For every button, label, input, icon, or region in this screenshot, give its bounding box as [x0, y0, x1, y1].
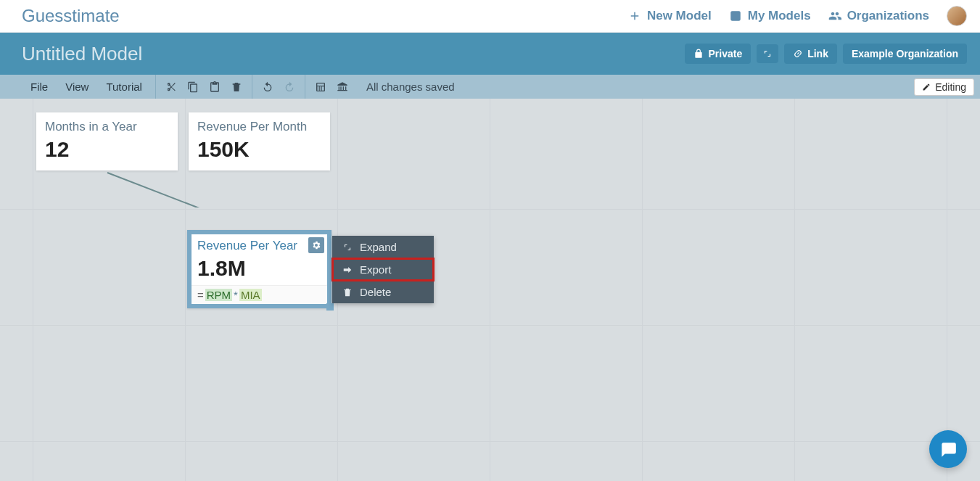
- organizations-link[interactable]: Organizations: [828, 9, 929, 23]
- lock-icon: [693, 49, 704, 59]
- ctx-export-label: Export: [360, 263, 391, 276]
- top-nav: Guesstimate New Model My Models Organiza…: [0, 0, 980, 33]
- expand-button[interactable]: [757, 44, 778, 63]
- canvas[interactable]: Months in a Year 12 Revenue Per Month 15…: [0, 99, 980, 481]
- undo-icon: [262, 81, 273, 93]
- private-button[interactable]: Private: [685, 44, 751, 64]
- expand-icon: [762, 49, 773, 59]
- organizations-label: Organizations: [847, 9, 929, 23]
- org-button[interactable]: Example Organization: [843, 44, 967, 64]
- file-menu[interactable]: File: [22, 81, 57, 93]
- ctx-expand[interactable]: Expand: [332, 236, 434, 258]
- formula-token-mia: MIA: [239, 289, 262, 301]
- card-formula[interactable]: = RPM * MIA: [192, 285, 327, 304]
- editing-label: Editing: [935, 81, 966, 93]
- toolbar-menus: File View Tutorial: [22, 75, 151, 99]
- help-chat-button[interactable]: [929, 430, 967, 468]
- new-model-link[interactable]: New Model: [628, 9, 712, 23]
- expand-icon: [342, 242, 353, 252]
- brand-logo[interactable]: Guesstimate: [22, 6, 120, 26]
- separator: [305, 75, 305, 99]
- link-icon: [793, 49, 803, 59]
- top-nav-right: New Model My Models Organizations: [628, 6, 967, 26]
- delete-button[interactable]: [226, 75, 247, 99]
- card-settings-button[interactable]: [308, 237, 324, 253]
- card-title: Revenue Per Year: [197, 239, 321, 253]
- new-model-label: New Model: [647, 9, 712, 23]
- cut-icon: [165, 81, 177, 93]
- card-title: Revenue Per Month: [197, 120, 321, 134]
- view-menu[interactable]: View: [57, 81, 97, 93]
- paste-button[interactable]: [204, 75, 226, 99]
- calculator-icon: [315, 81, 326, 93]
- toolbar: File View Tutorial All changes saved Edi…: [0, 75, 980, 99]
- ctx-expand-label: Expand: [360, 241, 397, 253]
- card-revenue-per-year[interactable]: Revenue Per Year 1.8M = RPM * MIA: [187, 230, 332, 308]
- cut-button[interactable]: [160, 75, 182, 99]
- redo-icon: [284, 81, 295, 93]
- ctx-export[interactable]: Export: [332, 258, 434, 281]
- svg-rect-0: [730, 11, 741, 21]
- svg-line-1: [107, 173, 218, 207]
- org-label: Example Organization: [852, 48, 958, 59]
- formula-token-rpm: RPM: [205, 289, 232, 301]
- trash-icon: [342, 287, 353, 297]
- copy-icon: [187, 81, 199, 93]
- plus-icon: [628, 9, 641, 22]
- card-months-in-year[interactable]: Months in a Year 12: [36, 112, 178, 170]
- link-label: Link: [807, 48, 828, 59]
- link-button[interactable]: Link: [784, 44, 837, 64]
- formula-operator: *: [234, 289, 238, 301]
- tutorial-menu[interactable]: Tutorial: [97, 81, 150, 93]
- share-icon: [342, 265, 353, 275]
- card-title: Months in a Year: [45, 120, 169, 134]
- separator: [155, 75, 156, 99]
- people-icon: [828, 9, 841, 22]
- card-revenue-per-month[interactable]: Revenue Per Month 150K: [189, 112, 330, 170]
- paste-icon: [209, 81, 221, 93]
- my-models-link[interactable]: My Models: [729, 9, 811, 23]
- pencil-icon: [922, 83, 931, 91]
- avatar[interactable]: [947, 6, 967, 26]
- save-status: All changes saved: [366, 81, 455, 93]
- card-value: 150K: [197, 137, 321, 162]
- ctx-delete-label: Delete: [360, 286, 391, 298]
- resize-handle[interactable]: [326, 303, 334, 311]
- redo-button[interactable]: [279, 75, 300, 99]
- card-value: 12: [45, 137, 169, 162]
- formula-equals: =: [197, 289, 204, 301]
- copy-button[interactable]: [182, 75, 204, 99]
- my-models-label: My Models: [748, 9, 811, 23]
- calculator-button[interactable]: [310, 75, 332, 99]
- card-value: 1.8M: [197, 256, 321, 281]
- library-button[interactable]: [332, 75, 353, 99]
- trash-icon: [231, 81, 242, 93]
- library-icon: [337, 81, 348, 93]
- gear-icon: [311, 240, 321, 250]
- ctx-delete[interactable]: Delete: [332, 281, 434, 303]
- private-label: Private: [708, 48, 742, 59]
- chat-icon: [939, 440, 958, 459]
- separator: [252, 75, 252, 99]
- models-icon: [729, 9, 742, 22]
- model-titlebar: Untitled Model Private Link Example Orga…: [0, 33, 980, 75]
- editing-toggle[interactable]: Editing: [914, 78, 974, 96]
- card-context-menu: Expand Export Delete: [332, 236, 434, 303]
- undo-button[interactable]: [257, 75, 279, 99]
- model-title[interactable]: Untitled Model: [22, 43, 142, 65]
- titlebar-right: Private Link Example Organization: [685, 44, 967, 64]
